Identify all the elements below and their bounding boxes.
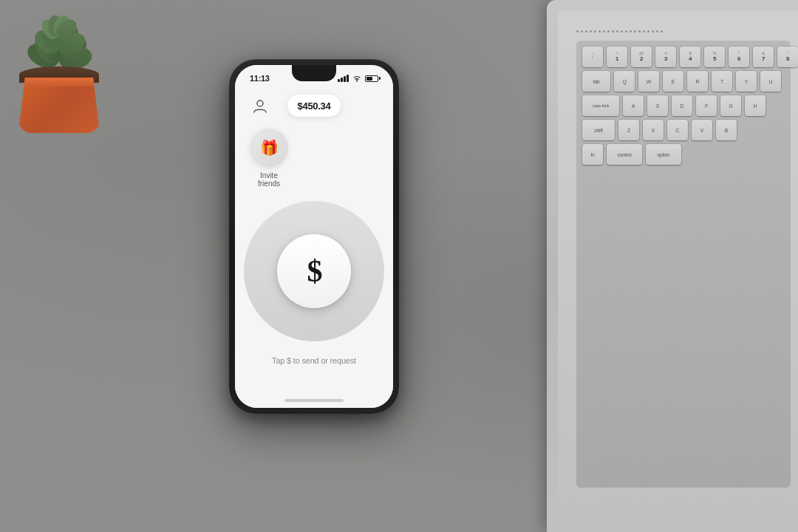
key-v[interactable]: V [692,120,712,140]
dollar-sign: $ [307,253,321,289]
key-e[interactable]: E [663,71,683,92]
keyboard-row-numbers: ~ ` ! 1 @ 2 [582,47,785,67]
key-capslock[interactable]: caps lock [582,95,619,116]
outer-circle: $ [244,201,384,341]
key-r[interactable]: R [687,71,708,92]
key-3[interactable]: # 3 [655,47,676,67]
speaker-dot [643,30,645,33]
key-x[interactable]: X [643,120,664,140]
speaker-dot [634,30,636,33]
laptop: ~ ` ! 1 @ 2 [532,0,798,532]
speaker-dot [630,30,632,33]
key-s[interactable]: S [647,95,668,116]
key-a[interactable]: A [623,95,644,116]
key-t[interactable]: T [712,71,732,92]
speaker-dot [612,30,614,33]
main-circle-area: $ Tap $ to send or request [235,201,393,365]
battery-icon [365,75,378,82]
invite-friends-button[interactable]: 🎁 [250,129,288,167]
plant-container [0,0,140,140]
key-7[interactable]: & 7 [753,47,774,67]
phone-notch [292,65,336,81]
svg-point-1 [257,100,263,106]
home-indicator [284,399,344,402]
key-2[interactable]: @ 2 [631,47,652,67]
invite-section: 🎁 Invite friends [235,123,393,194]
key-y[interactable]: Y [736,71,757,92]
app-header: $450.34 [235,86,393,123]
key-shift[interactable]: shift [582,120,615,140]
key-1[interactable]: ! 1 [607,47,627,67]
status-icons [338,75,378,82]
key-z[interactable]: Z [618,120,639,140]
key-c[interactable]: C [667,120,688,140]
key-w[interactable]: W [638,71,659,92]
speaker-dot [594,30,596,33]
key-tab[interactable]: tab [582,71,610,92]
signal-bar-4 [347,75,349,82]
key-backtick[interactable]: ~ ` [582,47,603,67]
wifi-icon [352,75,362,82]
speaker-grille [576,24,791,38]
key-control[interactable]: control [607,144,642,165]
key-4[interactable]: $ 4 [680,47,700,67]
tap-instruction: Tap $ to send or request [272,356,356,365]
keyboard-row-modifiers: fn control option [582,144,785,165]
invite-label: Invite friends [250,171,288,188]
signal-bar-1 [338,79,340,82]
signal-bar-3 [344,76,346,82]
dollar-button[interactable]: $ [277,234,351,308]
speaker-dot [652,30,654,33]
invite-icon: 🎁 [260,139,279,157]
speaker-dot [661,30,663,33]
speaker-dot [598,30,601,33]
key-h[interactable]: H [745,95,765,116]
speaker-dot [576,30,579,33]
key-q[interactable]: Q [614,71,635,92]
status-time: 11:13 [250,74,270,83]
key-g[interactable]: G [720,95,741,116]
speaker-dot [616,30,618,33]
user-avatar-icon[interactable] [250,95,270,116]
key-8[interactable]: * 8 [777,47,798,67]
key-u[interactable]: U [760,71,781,92]
key-5[interactable]: % 5 [704,47,725,67]
key-6[interactable]: ^ 6 [729,47,749,67]
laptop-inner: ~ ` ! 1 @ 2 [558,11,798,532]
laptop-body: ~ ` ! 1 @ 2 [547,0,798,532]
key-option[interactable]: option [646,144,681,165]
signal-bar-2 [341,78,343,82]
speaker-dot [647,30,649,33]
phone: 11:13 [229,59,399,414]
speaker-dot [581,30,583,33]
app-content: $450.34 🎁 Invite friends $ [235,86,393,408]
key-fn[interactable]: fn [582,144,603,165]
keyboard-area: ~ ` ! 1 @ 2 [576,41,791,488]
succulent [11,0,107,75]
phone-body: 11:13 [229,59,399,414]
svg-point-0 [356,81,358,82]
speaker-dot [585,30,587,33]
speaker-dot [625,30,627,33]
phone-screen: 11:13 [235,65,393,408]
signal-bars-icon [338,75,349,82]
speaker-dot [590,30,592,33]
keyboard-row-asdf: caps lock A S D F G H [582,95,785,116]
key-b[interactable]: B [716,120,737,140]
speaker-dot [607,30,610,33]
speaker-dot [656,30,658,33]
balance-amount: $450.34 [298,100,331,112]
speaker-dot [638,30,641,33]
key-f[interactable]: F [696,95,717,116]
balance-badge: $450.34 [287,95,341,117]
plant-pot [18,78,100,133]
key-d[interactable]: D [672,95,692,116]
speaker-dot [603,30,605,33]
keyboard-row-qwerty: tab Q W E R T Y U [582,71,785,92]
keyboard-row-zxcv: shift Z X C V B [582,120,785,140]
speaker-dot [621,30,623,33]
battery-fill [366,77,372,81]
